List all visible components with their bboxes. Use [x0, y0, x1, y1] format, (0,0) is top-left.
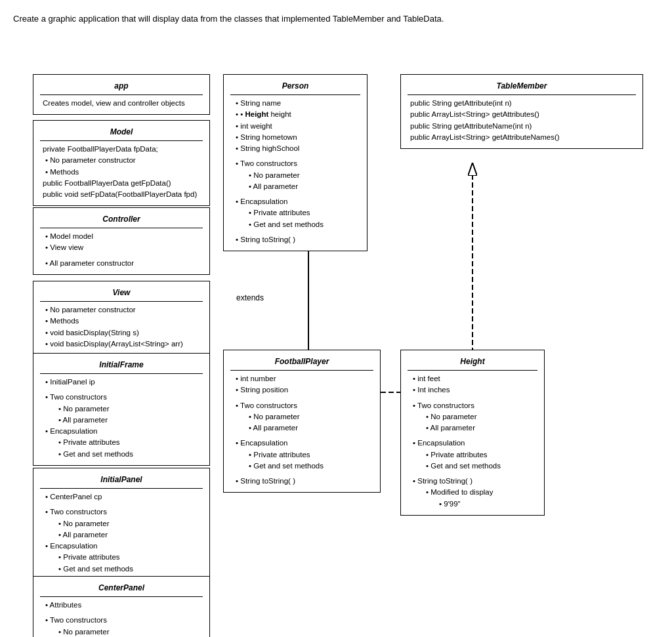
if-ctors: Two constructors No parameter All parame… [40, 392, 203, 460]
model-line3: public void setFpData(FootballPlayerData… [43, 189, 203, 200]
model-list: No parameter constructor Methods [40, 155, 203, 178]
if-title: InitialFrame [40, 359, 203, 371]
height-ctors: Two constructors No parameter All parame… [408, 400, 537, 434]
model-box: Model private FootballPlayerData fpData;… [33, 120, 210, 206]
person-encap-label: Encapsulation Private attributes Get and… [236, 196, 360, 230]
view-list: No parameter constructor Methods void ba… [40, 304, 203, 350]
height-encap1: Private attributes [426, 449, 537, 461]
diagram-area: extends implements app Creates model, vi… [13, 38, 656, 628]
if-encap-label: Encapsulation Private attributes Get and… [45, 426, 203, 460]
controller-title: Controller [40, 213, 203, 225]
if-attr1: InitialPanel ip [45, 377, 203, 388]
person-attr3: int weight [236, 121, 360, 132]
view-title: View [40, 287, 203, 298]
model-line2: public FootballPlayerData getFpData() [43, 178, 203, 189]
fp-ctor-label: Two constructors No parameter All parame… [236, 400, 373, 434]
if-encap2: Get and set methods [58, 449, 203, 460]
height-tostring: String toString( )Modified to display9'9… [408, 476, 537, 510]
ip-attrs: CenterPanel cp [40, 491, 203, 503]
model-line1: private FootballPlayerData fpData; [43, 144, 203, 155]
person-attr2: • Height height [236, 109, 360, 120]
fp-title: FootballPlayer [230, 356, 373, 367]
person-encap2: Get and set methods [249, 219, 360, 230]
person-other-list: String toString( ) [230, 234, 360, 245]
height-title: Height [408, 356, 537, 367]
svg-text:extends: extends [236, 293, 264, 302]
if-ctor-label: Two constructors No parameter All parame… [45, 392, 203, 426]
height-attr1: int feet [413, 373, 537, 384]
fp-encap: Encapsulation Private attributes Get and… [230, 438, 373, 472]
fp-attrs: int number String position [230, 373, 373, 396]
person-tostring: String toString( ) [236, 234, 360, 245]
cp-ctors: Two constructors No parameter All parame… [40, 615, 203, 637]
fp-attr2: String position [236, 384, 373, 396]
height-encap-label: Encapsulation Private attributes Get and… [413, 438, 537, 472]
person-encap1: Private attributes [249, 207, 360, 218]
person-constructors-label: Two constructors No parameter All parame… [236, 158, 360, 192]
tm-m2: public ArrayList<String> getAttributes() [410, 109, 636, 120]
view-item1: No parameter constructor [45, 304, 203, 316]
height-ctor2: All parameter [426, 422, 537, 434]
view-item4: void basicDisplay(ArrayList<String> arr) [45, 339, 203, 350]
height-ts-label: String toString( )Modified to display9'9… [413, 476, 537, 510]
app-content: Creates model, view and controller objec… [43, 98, 203, 109]
fp-encap1: Private attributes [249, 449, 373, 461]
fp-tostring: String toString( ) [236, 476, 373, 487]
ip-ctor2: All parameter [58, 529, 203, 541]
person-constructors-list: Two constructors No parameter All parame… [230, 158, 360, 192]
person-attr1: String name [236, 98, 360, 109]
fp-encap-label: Encapsulation Private attributes Get and… [236, 438, 373, 472]
height-box: Height int feet Int inches Two construct… [400, 350, 545, 516]
centerpanel-box: CenterPanel Attributes Two constructors … [33, 576, 210, 637]
person-encap-list: Encapsulation Private attributes Get and… [230, 196, 360, 230]
ip-title: InitialPanel [40, 474, 203, 485]
height-encap2: Get and set methods [426, 461, 537, 472]
person-box: Person String name • Height height int w… [223, 74, 368, 251]
tm-m1: public String getAttribute(int n) [410, 98, 636, 109]
model-title: Model [40, 126, 203, 138]
initialpanel-box: InitialPanel CenterPanel cp Two construc… [33, 468, 210, 581]
view-box: View No parameter constructor Methods vo… [33, 281, 210, 356]
cp-ctor-label: Two constructors No parameter All parame… [45, 615, 203, 637]
app-box: app Creates model, view and controller o… [33, 74, 210, 115]
person-attr4: String hometown [236, 132, 360, 143]
view-item3: void basicDisplay(String s) [45, 327, 203, 339]
ip-encap-label: Encapsulation Private attributes Get and… [45, 541, 203, 575]
fp-ctor1: No parameter [249, 411, 373, 422]
view-item2: Methods [45, 316, 203, 327]
initialframe-box: InitialFrame InitialPanel ip Two constru… [33, 353, 210, 466]
fp-attr1: int number [236, 373, 373, 384]
model-item1: No parameter constructor [45, 155, 203, 166]
person-ctor2: All parameter [249, 181, 360, 192]
cp-ctor1: No parameter [58, 627, 203, 637]
if-ctor1: No parameter [58, 403, 203, 415]
tm-m3: public String getAttributeName(int n) [410, 121, 636, 132]
controller-box: Controller Model model View view All par… [33, 207, 210, 275]
ip-ctors: Two constructors No parameter All parame… [40, 506, 203, 575]
app-title: app [40, 80, 203, 92]
fp-other: String toString( ) [230, 476, 373, 487]
controller-list2: All parameter constructor [40, 258, 203, 269]
ip-encap1: Private attributes [58, 552, 203, 563]
person-attr5: String highSchool [236, 143, 360, 154]
tm-m4: public ArrayList<String> getAttributeNam… [410, 132, 636, 143]
person-title: Person [230, 80, 360, 92]
height-ctor-label: Two constructors No parameter All parame… [413, 400, 537, 434]
if-ctor2: All parameter [58, 415, 203, 426]
if-attrs: InitialPanel ip [40, 377, 203, 388]
tablemember-box: TableMember public String getAttribute(i… [400, 74, 643, 149]
controller-list1: Model model View view [40, 231, 203, 254]
ip-attr1: CenterPanel cp [45, 491, 203, 503]
if-encap1: Private attributes [58, 437, 203, 448]
ip-encap2: Get and set methods [58, 564, 203, 575]
fp-encap2: Get and set methods [249, 461, 373, 472]
person-attributes: String name • Height height int weight S… [230, 98, 360, 154]
controller-item2: View view [45, 242, 203, 253]
controller-item3: All parameter constructor [45, 258, 203, 269]
height-attr2: Int inches [413, 384, 537, 396]
cp-title: CenterPanel [40, 582, 203, 594]
tablemember-title: TableMember [408, 80, 636, 92]
ip-ctor1: No parameter [58, 518, 203, 529]
footballplayer-box: FootballPlayer int number String positio… [223, 350, 381, 493]
cp-attr1: Attributes [45, 600, 203, 611]
